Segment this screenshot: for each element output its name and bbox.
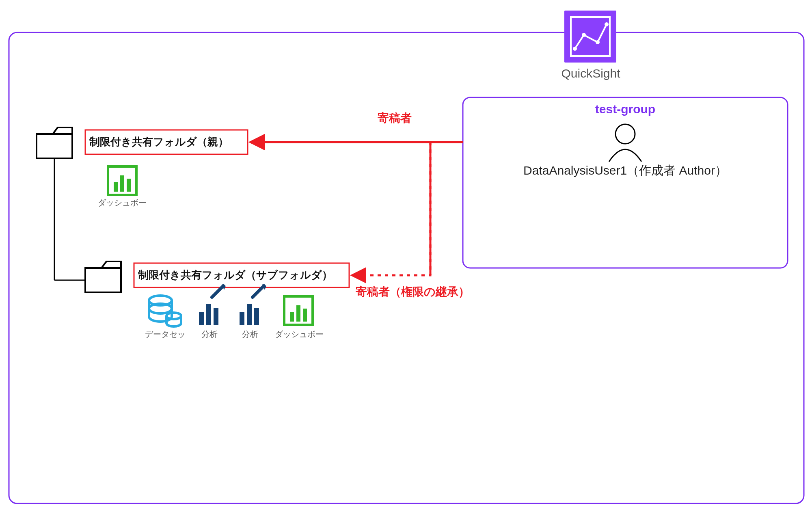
- asset-dashboard-parent: ダッシュボード: [97, 166, 148, 210]
- svg-rect-31: [303, 309, 307, 322]
- quicksight-container: QuickSight: [9, 11, 804, 503]
- relation1-label: 寄稿者: [378, 110, 459, 126]
- user-label: DataAnalysisUser1（作成者 Author）: [463, 162, 788, 179]
- svg-rect-7: [463, 97, 788, 268]
- dashboard-sub-label: ダッシュボード: [274, 329, 325, 341]
- analysis1-label: 分析: [197, 329, 222, 340]
- svg-rect-12: [114, 182, 118, 192]
- svg-point-5: [596, 40, 600, 44]
- svg-point-3: [573, 47, 577, 51]
- svg-rect-23: [206, 304, 211, 325]
- svg-rect-24: [214, 308, 218, 325]
- analysis-icon: [240, 284, 266, 325]
- svg-rect-22: [199, 312, 204, 325]
- dataset-icon: [149, 296, 181, 326]
- quicksight-title: QuickSight: [540, 67, 641, 80]
- quicksight-icon: [564, 11, 616, 63]
- dashboard-icon: [108, 166, 136, 195]
- svg-rect-17: [85, 268, 121, 292]
- folder-parent-label: 制限付き共有フォルダ（親）: [89, 135, 244, 149]
- folder-sub-label: 制限付き共有フォルダ（サブフォルダ）: [138, 268, 345, 282]
- analysis-icon: [199, 284, 226, 325]
- relation-arrow-contributor: 寄稿者: [250, 110, 463, 275]
- tree-connector: [54, 158, 85, 280]
- asset-row-sub: データセット 分析 分析: [143, 284, 325, 341]
- diagram-stage: QuickSight test-group DataAnalysisUser1（…: [0, 0, 812, 512]
- svg-rect-14: [127, 179, 131, 192]
- svg-point-8: [615, 124, 635, 144]
- dashboard-parent-label: ダッシュボード: [97, 197, 148, 210]
- svg-point-6: [605, 22, 609, 26]
- dashboard-icon: [284, 296, 313, 325]
- svg-rect-9: [37, 134, 72, 158]
- folder-parent-box: 制限付き共有フォルダ（親）: [85, 130, 248, 154]
- svg-rect-25: [240, 312, 244, 325]
- folder-sub-box: 制限付き共有フォルダ（サブフォルダ）: [134, 263, 349, 287]
- dataset-label: データセット: [143, 329, 188, 341]
- group-title: test-group: [463, 102, 788, 116]
- user-icon: [609, 124, 641, 162]
- svg-rect-29: [290, 312, 294, 322]
- svg-point-21: [166, 313, 181, 319]
- relation2-label: 寄稿者（権限の継承）: [356, 284, 502, 300]
- group-box: test-group DataAnalysisUser1（作成者 Author）: [463, 97, 788, 268]
- svg-rect-26: [247, 304, 252, 325]
- analysis2-label: 分析: [238, 329, 262, 340]
- svg-point-4: [582, 33, 586, 37]
- folder-icon-sub: [85, 261, 121, 292]
- svg-rect-1: [564, 11, 616, 63]
- svg-rect-27: [254, 308, 259, 325]
- svg-rect-30: [296, 305, 300, 322]
- svg-rect-13: [120, 175, 124, 192]
- folder-icon-parent: [37, 127, 72, 158]
